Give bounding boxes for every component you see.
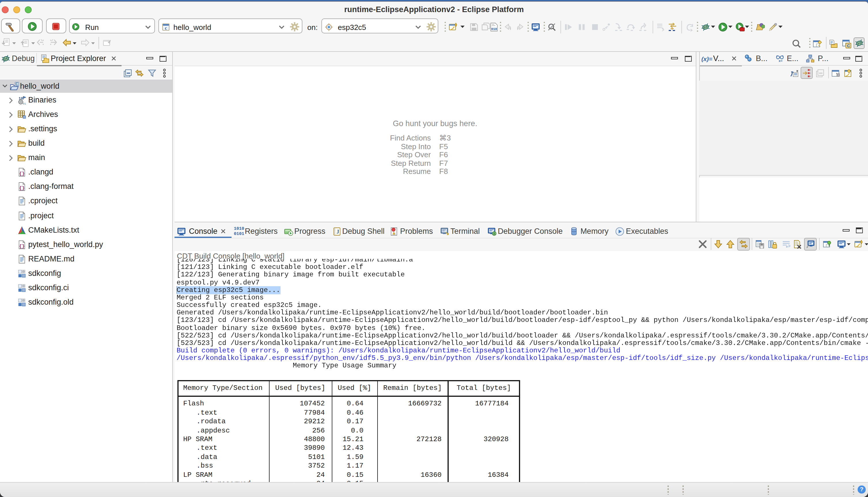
svg-text:010: 010	[491, 27, 497, 30]
svg-text:C: C	[16, 82, 18, 86]
svg-text:J: J	[337, 229, 339, 235]
svg-text:C: C	[847, 43, 850, 48]
svg-text:x=: x=	[778, 59, 782, 62]
svg-text:c: c	[165, 25, 167, 30]
